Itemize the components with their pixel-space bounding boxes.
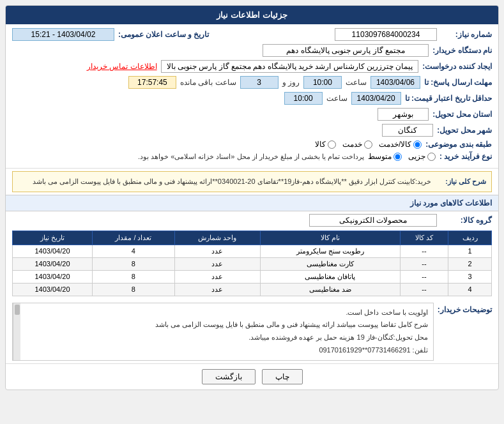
radio-khedmat-input[interactable] xyxy=(364,140,372,149)
cell-date: 1403/04/20 xyxy=(13,257,93,270)
group-value: محصولات الکترونیکی xyxy=(309,214,437,227)
col-row: ردیف xyxy=(448,231,492,245)
category-radio-group: کالا/خدمت خدمت کالا xyxy=(315,140,422,149)
price-time-label: ساعت xyxy=(326,94,347,103)
cell-name: رطوبت سنج سایکرومتر xyxy=(260,245,400,257)
buyer-label: نام دستگاه خریدار: xyxy=(432,46,492,55)
category-label: طبقه بندی موضوعی: xyxy=(425,140,492,149)
radio-kala-khedmat-input[interactable] xyxy=(413,140,422,149)
province-label: استان محل تحویل: xyxy=(432,110,492,119)
radio-khedmat[interactable]: خدمت xyxy=(342,140,372,149)
cell-unit: عدد xyxy=(174,257,260,270)
buyer-notes-content: اولویت با ساخت داخل است. شرح کامل تقاضا … xyxy=(12,303,434,361)
radio-jozi[interactable]: جزیی xyxy=(408,152,436,161)
reply-remaining-label: ساعت باقی مانده xyxy=(180,78,236,87)
cell-code: -- xyxy=(400,270,448,283)
reply-remaining: 17:57:45 xyxy=(128,76,176,89)
reply-date: 1403/04/06 xyxy=(370,76,420,89)
print-button[interactable]: چاپ xyxy=(262,369,303,384)
date-label: تاریخ و ساعت اعلان عمومی: xyxy=(118,30,209,39)
radio-khedmat-label: خدمت xyxy=(342,140,362,149)
radio-jozi-input[interactable] xyxy=(427,153,436,161)
contact-link[interactable]: اطلاعات تماس خریدار xyxy=(87,62,157,71)
group-label: گروه کالا: xyxy=(441,216,492,225)
page-title: جزئیات اطلاعات نیاز xyxy=(217,10,287,20)
page-header: جزئیات اطلاعات نیاز xyxy=(6,6,498,24)
col-code: کد کالا xyxy=(400,231,448,245)
niyaz-number-label: شماره نیاز: xyxy=(441,30,492,39)
reply-label: مهلت ارسال پاسخ: تا xyxy=(424,78,492,87)
radio-kala-khedmat[interactable]: کالا/خدمت xyxy=(379,140,422,149)
buyer-notes-label: توضیحات خریدار: xyxy=(438,303,492,361)
button-row: چاپ بازگشت xyxy=(6,363,498,390)
creator-label: ایجاد کننده درخواست: xyxy=(422,62,492,71)
cell-row: 1 xyxy=(448,245,492,257)
col-name: نام کالا xyxy=(260,231,400,245)
col-qty: تعداد / مقدار xyxy=(93,231,175,245)
buyer-value: مجتمع گاز پارس جنوبی پالایشگاه دهم xyxy=(263,44,429,57)
reply-time: 10:00 xyxy=(303,76,342,89)
cell-name: ضد مغناطیسی xyxy=(260,283,400,296)
cell-qty: 8 xyxy=(93,257,175,270)
radio-kala-label: کالا xyxy=(315,140,326,149)
cell-code: -- xyxy=(400,245,448,257)
cell-qty: 4 xyxy=(93,245,175,257)
radio-kala-khedmat-label: کالا/خدمت xyxy=(379,140,411,149)
cell-qty: 8 xyxy=(93,270,175,283)
cell-row: 2 xyxy=(448,257,492,270)
goods-table: ردیف کد کالا نام کالا واحد شمارش تعداد /… xyxy=(12,231,492,296)
description-label: شرح کلی نیاز: xyxy=(435,176,486,188)
description-value: خرید:کابینت کنترل ابزار دقیق **پالایشگاه… xyxy=(18,176,431,188)
cell-unit: عدد xyxy=(174,283,260,296)
date-value: 1403/04/02 - 15:21 xyxy=(12,28,114,41)
radio-jozi-label: جزیی xyxy=(408,152,425,161)
table-row: 3 -- پاتافان مغناطیسی عدد 8 1403/04/20 xyxy=(13,270,492,283)
buyer-notes-line2: شرح کامل تقاضا پیوست میباشد ارائه پیشنها… xyxy=(18,319,428,331)
cell-name: پاتافان مغناطیسی xyxy=(260,270,400,283)
buyer-notes-line4: تلفن: 07731466291**09170161929 xyxy=(18,344,428,357)
reply-day-label: روز و xyxy=(282,78,300,87)
radio-kala-input[interactable] xyxy=(328,140,336,149)
radio-motavaset-input[interactable] xyxy=(393,153,402,161)
city-label: شهر محل تحویل: xyxy=(437,126,492,135)
reply-day: 3 xyxy=(240,76,279,89)
col-date: تاریخ نیاز xyxy=(13,231,93,245)
radio-motavaset-label: متوسط xyxy=(368,152,392,161)
cell-unit: عدد xyxy=(174,245,260,257)
price-limit-time: 10:00 xyxy=(284,92,323,105)
radio-kala[interactable]: کالا xyxy=(315,140,336,149)
buyer-notes-line1: اولویت با ساخت داخل است. xyxy=(18,307,428,319)
process-label: نوع فرآیند خرید : xyxy=(439,152,492,161)
cell-row: 3 xyxy=(448,270,492,283)
reply-time-label: ساعت xyxy=(346,78,367,87)
description-section: شرح کلی نیاز: خرید:کابینت کنترل ابزار دق… xyxy=(12,171,492,192)
process-note: پرداخت تمام یا بخشی از مبلغ خریدار از مح… xyxy=(138,153,364,161)
cell-date: 1403/04/20 xyxy=(13,270,93,283)
table-row: 1 -- رطوبت سنج سایکرومتر عدد 4 1403/04/2… xyxy=(13,245,492,257)
cell-date: 1403/04/20 xyxy=(13,245,93,257)
table-row: 2 -- کارت مغناطیسی عدد 8 1403/04/20 xyxy=(13,257,492,270)
cell-row: 4 xyxy=(448,283,492,296)
scrollbar-thumb xyxy=(15,305,20,315)
cell-unit: عدد xyxy=(174,270,260,283)
price-limit-date: 1403/04/20 xyxy=(351,92,401,105)
scrollbar[interactable] xyxy=(13,303,20,360)
buyer-notes-line3: محل تحویل:کنگان-فاز 19 هزینه حمل بر عهده… xyxy=(18,331,428,344)
goods-section-title: اطلاعات کالاهای مورد نیاز xyxy=(6,195,498,211)
col-unit: واحد شمارش xyxy=(174,231,260,245)
back-button[interactable]: بازگشت xyxy=(202,369,256,384)
process-radio-group: جزیی متوسط xyxy=(368,152,436,161)
cell-name: کارت مغناطیسی xyxy=(260,257,400,270)
cell-code: -- xyxy=(400,283,448,296)
niyaz-number-value: 1103097684000234 xyxy=(335,28,437,41)
radio-motavaset[interactable]: متوسط xyxy=(368,152,402,161)
cell-qty: 8 xyxy=(93,283,175,296)
province-value: بوشهر xyxy=(378,108,429,121)
cell-code: -- xyxy=(400,257,448,270)
creator-value: پیمان چترزرین کارشناس ارشد خرید پالایشگا… xyxy=(161,60,419,73)
table-row: 4 -- ضد مغناطیسی عدد 8 1403/04/20 xyxy=(13,283,492,296)
city-value: کنگان xyxy=(382,124,433,137)
price-limit-label: حداقل تاریخ اعتبار قیمت: تا xyxy=(405,94,492,103)
cell-date: 1403/04/20 xyxy=(13,283,93,296)
